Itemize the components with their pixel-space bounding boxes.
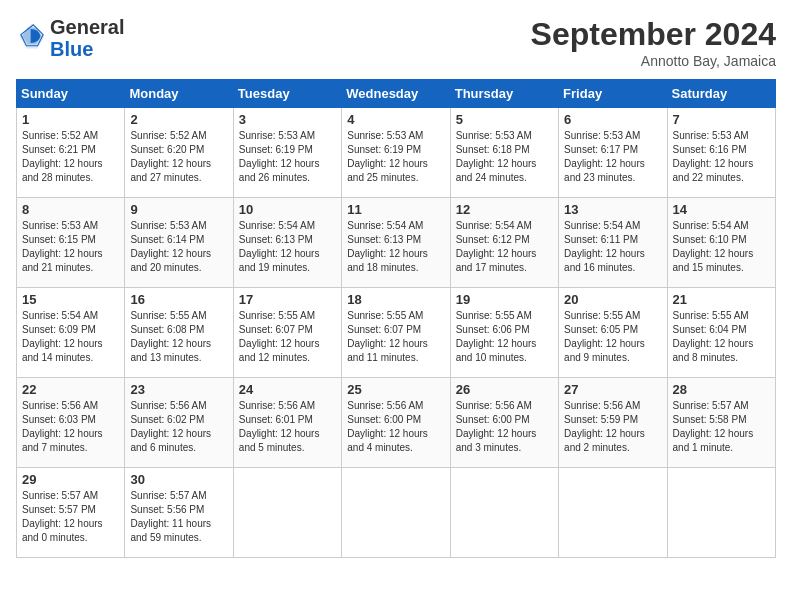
day-info: Sunrise: 5:56 AM Sunset: 6:00 PM Dayligh…: [347, 399, 444, 455]
calendar-cell: [559, 468, 667, 558]
day-number: 25: [347, 382, 444, 397]
calendar-cell: 26Sunrise: 5:56 AM Sunset: 6:00 PM Dayli…: [450, 378, 558, 468]
calendar-cell: 1Sunrise: 5:52 AM Sunset: 6:21 PM Daylig…: [17, 108, 125, 198]
calendar-cell: 20Sunrise: 5:55 AM Sunset: 6:05 PM Dayli…: [559, 288, 667, 378]
day-number: 19: [456, 292, 553, 307]
calendar-cell: 16Sunrise: 5:55 AM Sunset: 6:08 PM Dayli…: [125, 288, 233, 378]
day-info: Sunrise: 5:54 AM Sunset: 6:09 PM Dayligh…: [22, 309, 119, 365]
day-info: Sunrise: 5:52 AM Sunset: 6:21 PM Dayligh…: [22, 129, 119, 185]
day-info: Sunrise: 5:57 AM Sunset: 5:56 PM Dayligh…: [130, 489, 227, 545]
calendar-cell: 21Sunrise: 5:55 AM Sunset: 6:04 PM Dayli…: [667, 288, 775, 378]
logo-blue: Blue: [50, 38, 124, 60]
day-number: 29: [22, 472, 119, 487]
day-info: Sunrise: 5:55 AM Sunset: 6:08 PM Dayligh…: [130, 309, 227, 365]
day-number: 8: [22, 202, 119, 217]
day-number: 27: [564, 382, 661, 397]
calendar-cell: 9Sunrise: 5:53 AM Sunset: 6:14 PM Daylig…: [125, 198, 233, 288]
calendar-cell: 18Sunrise: 5:55 AM Sunset: 6:07 PM Dayli…: [342, 288, 450, 378]
day-number: 20: [564, 292, 661, 307]
weekday-header-saturday: Saturday: [667, 80, 775, 108]
weekday-header-thursday: Thursday: [450, 80, 558, 108]
day-info: Sunrise: 5:53 AM Sunset: 6:16 PM Dayligh…: [673, 129, 770, 185]
day-info: Sunrise: 5:56 AM Sunset: 6:02 PM Dayligh…: [130, 399, 227, 455]
month-title: September 2024: [531, 16, 776, 53]
calendar-cell: 13Sunrise: 5:54 AM Sunset: 6:11 PM Dayli…: [559, 198, 667, 288]
calendar-cell: 11Sunrise: 5:54 AM Sunset: 6:13 PM Dayli…: [342, 198, 450, 288]
day-number: 30: [130, 472, 227, 487]
day-info: Sunrise: 5:54 AM Sunset: 6:13 PM Dayligh…: [347, 219, 444, 275]
logo-icon: [18, 22, 46, 50]
calendar-cell: 23Sunrise: 5:56 AM Sunset: 6:02 PM Dayli…: [125, 378, 233, 468]
calendar-cell: [450, 468, 558, 558]
day-number: 7: [673, 112, 770, 127]
calendar-cell: 27Sunrise: 5:56 AM Sunset: 5:59 PM Dayli…: [559, 378, 667, 468]
calendar-cell: 7Sunrise: 5:53 AM Sunset: 6:16 PM Daylig…: [667, 108, 775, 198]
calendar-cell: 15Sunrise: 5:54 AM Sunset: 6:09 PM Dayli…: [17, 288, 125, 378]
day-number: 13: [564, 202, 661, 217]
location-subtitle: Annotto Bay, Jamaica: [531, 53, 776, 69]
day-info: Sunrise: 5:52 AM Sunset: 6:20 PM Dayligh…: [130, 129, 227, 185]
calendar-cell: [667, 468, 775, 558]
day-number: 15: [22, 292, 119, 307]
calendar-body: 1Sunrise: 5:52 AM Sunset: 6:21 PM Daylig…: [17, 108, 776, 558]
calendar-cell: 22Sunrise: 5:56 AM Sunset: 6:03 PM Dayli…: [17, 378, 125, 468]
day-info: Sunrise: 5:54 AM Sunset: 6:11 PM Dayligh…: [564, 219, 661, 275]
calendar-cell: 24Sunrise: 5:56 AM Sunset: 6:01 PM Dayli…: [233, 378, 341, 468]
day-number: 26: [456, 382, 553, 397]
day-info: Sunrise: 5:56 AM Sunset: 6:00 PM Dayligh…: [456, 399, 553, 455]
day-info: Sunrise: 5:53 AM Sunset: 6:15 PM Dayligh…: [22, 219, 119, 275]
day-info: Sunrise: 5:57 AM Sunset: 5:57 PM Dayligh…: [22, 489, 119, 545]
day-number: 2: [130, 112, 227, 127]
weekday-header-tuesday: Tuesday: [233, 80, 341, 108]
day-number: 24: [239, 382, 336, 397]
day-info: Sunrise: 5:55 AM Sunset: 6:07 PM Dayligh…: [239, 309, 336, 365]
day-number: 6: [564, 112, 661, 127]
day-info: Sunrise: 5:53 AM Sunset: 6:19 PM Dayligh…: [347, 129, 444, 185]
day-number: 12: [456, 202, 553, 217]
calendar-week-5: 29Sunrise: 5:57 AM Sunset: 5:57 PM Dayli…: [17, 468, 776, 558]
logo-general: General: [50, 16, 124, 38]
weekday-header-sunday: Sunday: [17, 80, 125, 108]
calendar-header-row: SundayMondayTuesdayWednesdayThursdayFrid…: [17, 80, 776, 108]
day-info: Sunrise: 5:56 AM Sunset: 5:59 PM Dayligh…: [564, 399, 661, 455]
calendar-cell: [342, 468, 450, 558]
calendar-cell: 10Sunrise: 5:54 AM Sunset: 6:13 PM Dayli…: [233, 198, 341, 288]
calendar-cell: 29Sunrise: 5:57 AM Sunset: 5:57 PM Dayli…: [17, 468, 125, 558]
weekday-header-wednesday: Wednesday: [342, 80, 450, 108]
calendar-week-2: 8Sunrise: 5:53 AM Sunset: 6:15 PM Daylig…: [17, 198, 776, 288]
day-info: Sunrise: 5:56 AM Sunset: 6:03 PM Dayligh…: [22, 399, 119, 455]
calendar-week-3: 15Sunrise: 5:54 AM Sunset: 6:09 PM Dayli…: [17, 288, 776, 378]
day-number: 11: [347, 202, 444, 217]
day-number: 10: [239, 202, 336, 217]
logo: General Blue: [16, 16, 124, 60]
calendar-cell: 14Sunrise: 5:54 AM Sunset: 6:10 PM Dayli…: [667, 198, 775, 288]
calendar-cell: 19Sunrise: 5:55 AM Sunset: 6:06 PM Dayli…: [450, 288, 558, 378]
day-number: 21: [673, 292, 770, 307]
day-info: Sunrise: 5:53 AM Sunset: 6:14 PM Dayligh…: [130, 219, 227, 275]
weekday-header-monday: Monday: [125, 80, 233, 108]
day-number: 4: [347, 112, 444, 127]
calendar-cell: 30Sunrise: 5:57 AM Sunset: 5:56 PM Dayli…: [125, 468, 233, 558]
day-info: Sunrise: 5:54 AM Sunset: 6:10 PM Dayligh…: [673, 219, 770, 275]
calendar-week-1: 1Sunrise: 5:52 AM Sunset: 6:21 PM Daylig…: [17, 108, 776, 198]
day-number: 9: [130, 202, 227, 217]
calendar-cell: 6Sunrise: 5:53 AM Sunset: 6:17 PM Daylig…: [559, 108, 667, 198]
day-number: 3: [239, 112, 336, 127]
calendar-cell: 2Sunrise: 5:52 AM Sunset: 6:20 PM Daylig…: [125, 108, 233, 198]
page-header: General Blue September 2024 Annotto Bay,…: [16, 16, 776, 69]
calendar-cell: 25Sunrise: 5:56 AM Sunset: 6:00 PM Dayli…: [342, 378, 450, 468]
day-info: Sunrise: 5:55 AM Sunset: 6:05 PM Dayligh…: [564, 309, 661, 365]
day-number: 22: [22, 382, 119, 397]
weekday-header-friday: Friday: [559, 80, 667, 108]
title-block: September 2024 Annotto Bay, Jamaica: [531, 16, 776, 69]
day-number: 23: [130, 382, 227, 397]
day-number: 14: [673, 202, 770, 217]
day-number: 18: [347, 292, 444, 307]
calendar-week-4: 22Sunrise: 5:56 AM Sunset: 6:03 PM Dayli…: [17, 378, 776, 468]
calendar-cell: 12Sunrise: 5:54 AM Sunset: 6:12 PM Dayli…: [450, 198, 558, 288]
calendar-cell: 4Sunrise: 5:53 AM Sunset: 6:19 PM Daylig…: [342, 108, 450, 198]
day-info: Sunrise: 5:55 AM Sunset: 6:07 PM Dayligh…: [347, 309, 444, 365]
day-info: Sunrise: 5:55 AM Sunset: 6:04 PM Dayligh…: [673, 309, 770, 365]
day-info: Sunrise: 5:54 AM Sunset: 6:13 PM Dayligh…: [239, 219, 336, 275]
calendar-cell: 17Sunrise: 5:55 AM Sunset: 6:07 PM Dayli…: [233, 288, 341, 378]
